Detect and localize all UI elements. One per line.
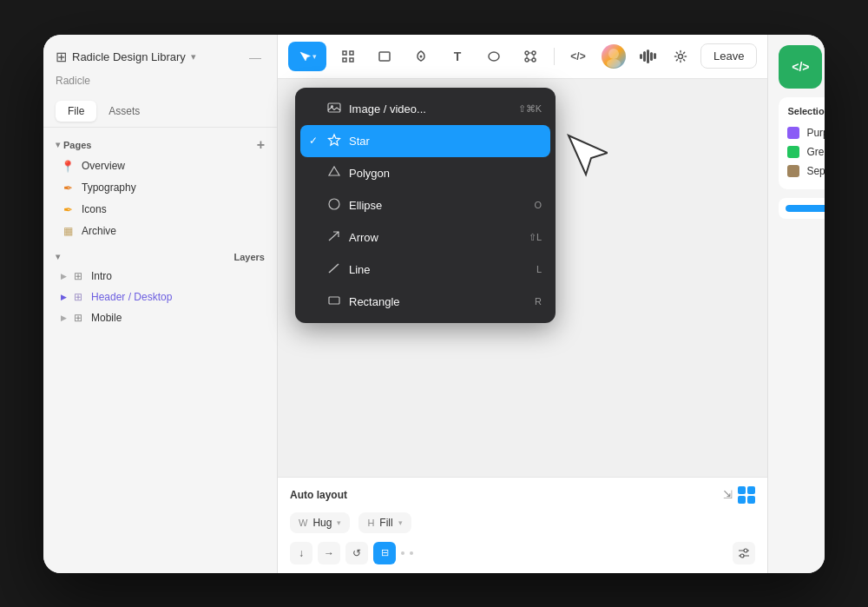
canvas-area[interactable]: Image / video... ⇧⌘K ✓ Star (278, 79, 767, 477)
rect-icon (378, 49, 391, 63)
width-caret: ▾ (337, 518, 341, 527)
sliders-btn[interactable] (733, 542, 755, 564)
archive-icon: ▦ (61, 225, 75, 237)
svg-line-22 (329, 264, 339, 273)
plugin-badge-code[interactable]: </> (779, 45, 822, 89)
svg-point-7 (525, 51, 529, 55)
pages-section: ▾ Pages + 📍 Overview ✒ Typography ✒ Icon… (43, 128, 277, 245)
dot-tl (738, 486, 746, 494)
layer-header-label: Header / Desktop (91, 291, 172, 303)
svg-point-20 (329, 199, 339, 209)
progress-bar-container (779, 198, 825, 219)
menu-item-image-video[interactable]: Image / video... ⇧⌘K (300, 93, 550, 125)
arrow-right-btn[interactable]: → (318, 542, 340, 564)
color-item-green[interactable]: Green (787, 142, 825, 162)
rectangle-menu-icon (325, 294, 344, 310)
width-control[interactable]: W Hug ▾ (290, 512, 350, 533)
svg-rect-1 (350, 51, 353, 55)
user-avatar (600, 43, 628, 70)
menu-item-star[interactable]: ✓ Star (300, 125, 550, 157)
layer-item-mobile[interactable]: ▶ ⊞ Mobile (56, 307, 265, 328)
layer-item-header-desktop[interactable]: ▶ ⊞ Header / Desktop (56, 287, 265, 307)
main-toolbar: ▾ T (278, 35, 767, 79)
settings-button[interactable] (667, 43, 694, 69)
tab-assets[interactable]: Assets (96, 101, 152, 122)
progress-fill (786, 205, 825, 212)
select-caret: ▾ (312, 52, 317, 61)
page-item-typography[interactable]: ✒ Typography (56, 177, 265, 199)
auto-layout-header: Auto layout ⇲ (290, 486, 755, 504)
pages-section-header: ▾ Pages + (56, 138, 265, 152)
svg-point-8 (532, 51, 536, 55)
layer-intro-expand: ▶ (61, 272, 67, 280)
ellipse-menu-icon (325, 197, 344, 214)
icons-icon: ✒ (61, 203, 75, 216)
line-menu-icon (325, 261, 344, 278)
page-item-archive[interactable]: ▦ Archive (56, 221, 265, 241)
rectangle-label: Rectangle (349, 295, 535, 308)
tab-file[interactable]: File (56, 101, 96, 122)
microphone-button[interactable] (635, 43, 661, 69)
arrow-down-btn[interactable]: ↓ (290, 542, 312, 564)
layer-item-intro[interactable]: ▶ ⊞ Intro (56, 266, 265, 287)
mic-bar-5 (654, 53, 656, 59)
code-badge-icon: </> (792, 60, 809, 74)
arrow-refresh-btn[interactable]: ↺ (345, 542, 368, 564)
tool-frame[interactable] (333, 42, 363, 71)
cursor-icon-overlay (564, 131, 608, 179)
image-video-icon (325, 101, 344, 117)
dot-bl (738, 496, 746, 504)
color-item-sepia[interactable]: Sepia (787, 162, 825, 181)
typography-icon: ✒ (61, 181, 75, 195)
auto-layout-title: Auto layout (290, 489, 347, 501)
title-caret[interactable]: ▾ (191, 51, 196, 63)
pages-add-button[interactable]: + (257, 138, 265, 152)
mic-bar-2 (643, 51, 646, 62)
auto-layout-controls: ⇲ (723, 486, 755, 504)
minimize-button[interactable]: — (246, 49, 265, 66)
leave-button[interactable]: Leave (700, 43, 757, 69)
grid-dots-icon[interactable] (738, 486, 755, 504)
layer-mobile-grid-icon: ⊞ (74, 312, 82, 324)
layer-mobile-label: Mobile (91, 312, 122, 324)
menu-item-line[interactable]: Line L (300, 254, 550, 286)
right-panel: </> Selection colors Purple Green (767, 35, 825, 573)
tool-pen[interactable] (406, 42, 436, 71)
align-center-btn[interactable]: ⊟ (373, 542, 396, 564)
tool-code[interactable]: </> (563, 42, 593, 71)
star-check: ✓ (309, 135, 325, 147)
tool-ellipse[interactable] (479, 42, 509, 71)
tool-text[interactable]: T (443, 42, 472, 71)
svg-rect-0 (343, 51, 346, 55)
color-item-purple[interactable]: Purple (787, 123, 825, 142)
logo-icon: ⊞ (56, 49, 67, 65)
svg-rect-18 (328, 103, 340, 112)
width-label: W (299, 518, 307, 528)
page-typography-label: Typography (82, 181, 136, 194)
tool-rectangle[interactable] (370, 42, 399, 71)
collapse-icon[interactable]: ⇲ (723, 488, 733, 501)
layers-section-header: ▾ Layers (56, 252, 265, 262)
svg-point-5 (420, 55, 423, 57)
dot-separator-2 (410, 551, 413, 555)
svg-point-6 (489, 52, 499, 61)
menu-item-ellipse[interactable]: Ellipse O (300, 189, 550, 221)
dot-br (747, 496, 755, 504)
ellipse-icon (487, 49, 501, 63)
plugin-badge-row: </> (779, 45, 825, 89)
page-item-overview[interactable]: 📍 Overview (56, 155, 265, 177)
svg-rect-4 (379, 52, 390, 61)
purple-label: Purple (806, 127, 825, 139)
menu-item-rectangle[interactable]: Rectangle R (300, 286, 550, 318)
menu-item-polygon[interactable]: Polygon (300, 157, 550, 189)
tool-components[interactable] (516, 42, 545, 71)
polygon-label: Polygon (349, 167, 542, 180)
height-control[interactable]: H Fill ▾ (358, 512, 411, 533)
plugin-badges: </> (779, 45, 825, 89)
progress-bar[interactable] (786, 205, 825, 212)
page-item-icons[interactable]: ✒ Icons (56, 199, 265, 221)
tool-select[interactable]: ▾ (288, 42, 326, 71)
menu-item-arrow[interactable]: Arrow ⇧L (300, 221, 550, 254)
svg-point-17 (679, 54, 683, 58)
layers-toggle-icon: ▾ (56, 252, 60, 261)
